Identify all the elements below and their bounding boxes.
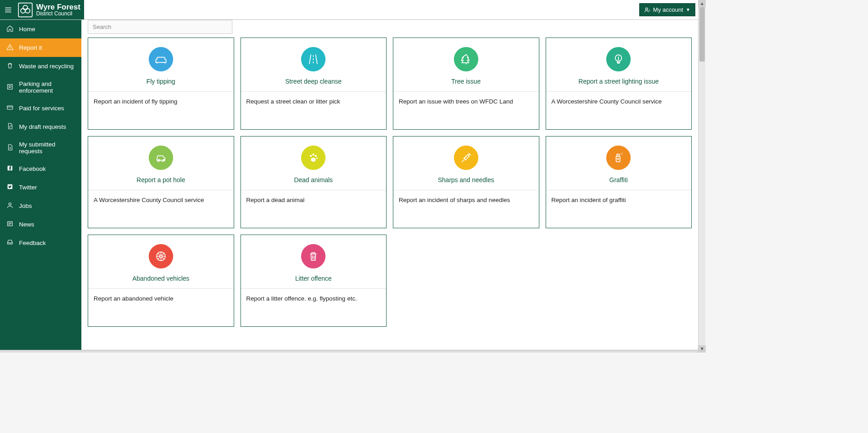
- sidebar-item-jobs[interactable]: Jobs: [0, 197, 81, 215]
- sidebar-item-waste[interactable]: Waste and recycling: [0, 57, 81, 75]
- card-title: Abandoned vehicles: [132, 275, 189, 282]
- card-description: A Worcestershire County Council service: [88, 190, 234, 228]
- svg-point-27: [618, 59, 619, 61]
- card-fly-tipping[interactable]: Fly tippingReport an incident of fly tip…: [88, 38, 234, 130]
- sidebar-item-label: Feedback: [19, 240, 46, 246]
- facebook-icon: [6, 165, 14, 173]
- svg-point-28: [158, 160, 160, 161]
- svg-point-38: [621, 153, 622, 154]
- card-abandoned[interactable]: Abandoned vehiclesReport an abandoned ve…: [88, 235, 234, 327]
- paw-icon: [301, 146, 326, 170]
- search-input[interactable]: [88, 20, 232, 34]
- svg-rect-35: [616, 156, 620, 162]
- card-title: Street deep cleanse: [285, 78, 342, 85]
- svg-rect-36: [617, 154, 619, 156]
- news-icon: [6, 220, 14, 229]
- sidebar-item-submitted[interactable]: My submitted requests: [0, 136, 81, 160]
- person-key-icon: [644, 7, 651, 13]
- header-left: Wyre Forest District Council: [0, 0, 84, 19]
- account-label: My account: [653, 6, 683, 13]
- sidebar-item-twitter[interactable]: Twitter: [0, 178, 81, 197]
- brand-logo[interactable]: Wyre Forest District Council: [16, 0, 84, 19]
- sidebar-item-home[interactable]: Home: [0, 20, 81, 38]
- hamburger-icon: [4, 6, 12, 14]
- search-container: [81, 20, 698, 38]
- wheel-icon: [149, 244, 173, 268]
- my-account-button[interactable]: My account ▼: [639, 3, 695, 16]
- svg-rect-8: [7, 106, 13, 109]
- sidebar-item-label: Parking and enforcement: [19, 80, 75, 94]
- card-graffiti[interactable]: GraffitiReport an incident of graffiti: [546, 136, 692, 228]
- sidebar-item-news[interactable]: News: [0, 215, 81, 234]
- alert-icon: [6, 43, 14, 52]
- person-icon: [6, 202, 14, 210]
- card-title: Graffiti: [609, 176, 628, 184]
- card-lighting[interactable]: Report a street lighting issueA Worceste…: [546, 38, 692, 130]
- sidebar-item-label: Facebook: [19, 165, 46, 172]
- card-header: Litter offence: [241, 235, 387, 289]
- syringe-icon: [454, 146, 478, 170]
- sidebar-item-label: Jobs: [19, 202, 32, 209]
- card-header: Tree issue: [393, 38, 539, 92]
- sidebar-item-feedback[interactable]: Feedback: [0, 234, 81, 252]
- card-header: Sharps and needles: [393, 136, 539, 190]
- home-icon: [6, 25, 14, 33]
- svg-point-1: [21, 8, 25, 13]
- vertical-scrollbar[interactable]: ▲ ▼: [698, 0, 705, 353]
- svg-point-40: [622, 153, 623, 154]
- sofa-icon: [149, 47, 173, 71]
- card-icon: [6, 104, 14, 113]
- sidebar-nav: HomeReport itWaste and recyclingParking …: [0, 20, 81, 350]
- svg-point-4: [646, 8, 648, 10]
- card-header: Abandoned vehicles: [88, 235, 234, 289]
- card-description: A Worcestershire County Council service: [546, 92, 692, 129]
- sidebar-item-label: News: [19, 221, 34, 228]
- card-header: Fly tipping: [88, 38, 234, 92]
- sidebar-item-label: Waste and recycling: [19, 63, 74, 70]
- sidebar-item-facebook[interactable]: Facebook: [0, 160, 81, 178]
- svg-point-32: [315, 155, 316, 156]
- sidebar-item-paid[interactable]: Paid for services: [0, 99, 81, 118]
- card-title: Litter offence: [295, 275, 332, 282]
- card-litter[interactable]: Litter offenceReport a litter offence. e…: [241, 235, 387, 327]
- trash-icon: [6, 62, 14, 71]
- svg-point-33: [316, 157, 318, 159]
- card-description: Report an abandoned vehicle: [88, 289, 234, 326]
- card-title: Report a street lighting issue: [579, 78, 659, 85]
- card-description: Report an issue with trees on WFDC Land: [393, 92, 539, 129]
- inbox-icon: [6, 239, 14, 247]
- header-spacer: [84, 0, 639, 19]
- sidebar-item-report-it[interactable]: Report it: [0, 38, 81, 57]
- brand-title: Wyre Forest: [36, 3, 80, 11]
- card-description: Report a litter offence. e.g. flyposting…: [241, 289, 387, 326]
- card-tree[interactable]: Tree issueReport an issue with trees on …: [393, 38, 539, 130]
- menu-toggle-button[interactable]: [0, 0, 16, 19]
- sidebar-item-label: Report it: [19, 44, 42, 51]
- header-right: My account ▼: [639, 0, 698, 19]
- svg-point-14: [9, 203, 11, 205]
- card-sharps[interactable]: Sharps and needlesReport an incident of …: [393, 136, 539, 228]
- card-header: Graffiti: [546, 136, 692, 190]
- card-title: Report a pot hole: [137, 176, 185, 184]
- scroll-down-arrow-icon[interactable]: ▼: [698, 345, 706, 353]
- doc-icon: [6, 144, 14, 152]
- card-pothole[interactable]: Report a pot holeA Worcestershire County…: [88, 136, 234, 228]
- sidebar-item-parking[interactable]: Parking and enforcement: [0, 75, 81, 99]
- sidebar-item-label: My draft requests: [19, 123, 66, 130]
- svg-point-2: [25, 8, 30, 13]
- card-street-clean[interactable]: Street deep cleanseRequest a street clea…: [241, 38, 387, 130]
- main-content: Fly tippingReport an incident of fly tip…: [81, 20, 698, 350]
- tree-icon: [454, 47, 478, 71]
- bulb-icon: [606, 47, 631, 71]
- sidebar-item-draft[interactable]: My draft requests: [0, 118, 81, 136]
- twitter-icon: [6, 183, 14, 192]
- sidebar-item-label: My submitted requests: [19, 141, 75, 155]
- scroll-thumb[interactable]: [699, 7, 705, 61]
- card-dead-animals[interactable]: Dead animalsReport a dead animal: [241, 136, 387, 228]
- cards-grid: Fly tippingReport an incident of fly tip…: [81, 38, 698, 327]
- scroll-up-arrow-icon[interactable]: ▲: [698, 0, 706, 7]
- brand-mark-icon: [17, 2, 33, 18]
- card-title: Tree issue: [451, 78, 481, 85]
- card-description: Report an incident of sharps and needles: [393, 190, 539, 228]
- card-description: Request a street clean or litter pick: [241, 92, 387, 129]
